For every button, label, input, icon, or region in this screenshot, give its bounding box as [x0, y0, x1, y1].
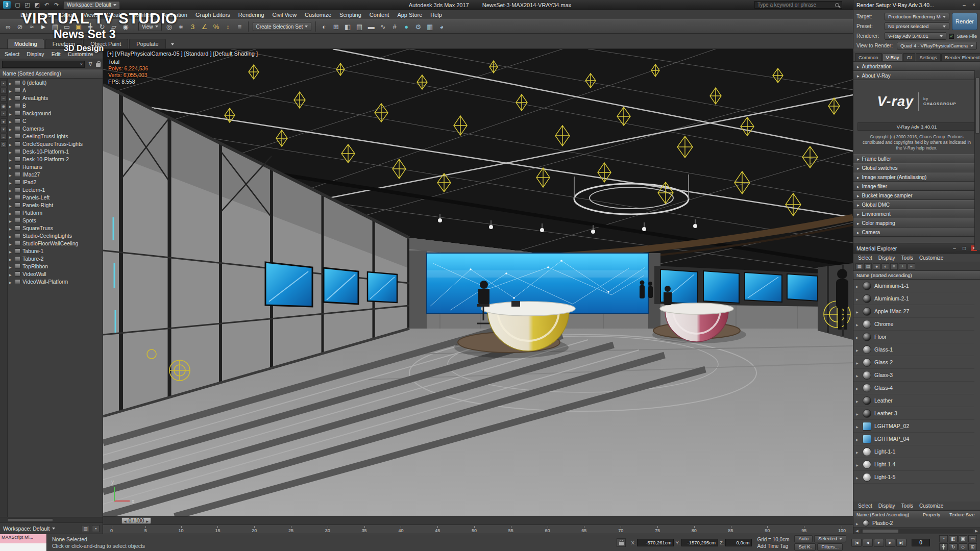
expand-arrow-icon[interactable] — [856, 410, 860, 416]
scroll-left-icon[interactable]: ◀ — [854, 529, 860, 533]
ribbon-tab[interactable]: Object Paint — [83, 39, 128, 48]
menu-item[interactable]: Rendering — [234, 12, 268, 18]
material-row[interactable]: Light-1-4 — [853, 458, 974, 471]
material-row[interactable]: Glass-2 — [853, 356, 974, 369]
material-row[interactable]: LGHTMAP_04 — [853, 433, 974, 445]
render-setup-scrollbar[interactable] — [974, 70, 980, 250]
scrollbar-thumb[interactable] — [975, 78, 979, 134]
ribbon-tab[interactable]: Freeform — [45, 39, 83, 48]
scene-layer-row[interactable]: Panels-Right — [8, 201, 103, 209]
scene-layer-row[interactable]: Desk-10-Platform-1 — [8, 147, 103, 155]
viewport-label[interactable]: [+] [VRayPhysicalCamera-05 ] [Standard ]… — [107, 51, 258, 57]
expand-arrow-icon[interactable] — [9, 240, 13, 246]
scene-explorer-hscrollbar[interactable] — [0, 517, 103, 522]
material-row[interactable]: Leather-3 — [853, 407, 974, 420]
view-to-render-dropdown[interactable]: Quad 4 - VRayPhysicalCamera-05 — [897, 42, 977, 49]
expand-arrow-icon[interactable] — [9, 256, 13, 262]
material-row[interactable]: Glass-1 — [853, 343, 974, 356]
expand-arrow-icon[interactable] — [856, 321, 860, 327]
expand-arrow-icon[interactable] — [856, 436, 860, 442]
save-file-checkbox[interactable]: ✓ — [949, 34, 954, 39]
material-row[interactable]: Glass-4 — [853, 382, 974, 394]
expand-arrow-icon[interactable] — [9, 271, 13, 277]
render-button[interactable]: Render — [952, 13, 977, 30]
rollout-authorization[interactable]: Authorization — [853, 62, 980, 71]
scene-explorer-search-input[interactable]: × — [2, 61, 85, 68]
expand-arrow-icon[interactable] — [856, 346, 860, 353]
scene-layer-row[interactable]: VideoWall-Platform — [8, 278, 103, 285]
scene-layer-row[interactable]: Desk-10-Platform-2 — [8, 155, 103, 163]
material-row[interactable]: Aluminium-2-1 — [853, 292, 974, 305]
ribbon-toggle-icon[interactable]: ▬ — [365, 21, 377, 32]
material-row[interactable]: Floor — [853, 331, 974, 343]
expand-arrow-icon[interactable] — [9, 148, 13, 155]
render-setup-icon[interactable]: ⚙ — [412, 21, 424, 32]
scene-layer-row[interactable]: Cameras — [8, 124, 103, 132]
listener-script-row[interactable] — [0, 543, 46, 551]
expand-arrow-icon[interactable] — [9, 118, 13, 124]
listener-macro-row[interactable]: MAXScript Mi... — [0, 534, 46, 543]
material-row[interactable]: Leather — [853, 394, 974, 407]
time-slider-track[interactable]: 0 / 100 — [103, 517, 853, 525]
show-thumbnails-icon[interactable]: ▦ — [855, 263, 863, 270]
expand-arrow-icon[interactable] — [9, 171, 13, 178]
spinner-snap-icon[interactable]: ↕ — [223, 21, 234, 32]
menu-item[interactable]: Animation — [158, 12, 191, 18]
scrollbar-thumb[interactable] — [863, 530, 898, 533]
zoom-extents-icon[interactable]: ▣ — [959, 535, 967, 542]
set-key-button[interactable]: Set K. — [794, 543, 816, 550]
preset-dropdown[interactable]: No preset selected — [885, 22, 949, 30]
select-and-place-icon[interactable]: ◉ — [120, 21, 131, 32]
explorer-settings-icon[interactable]: ≡ — [1, 134, 7, 140]
render-setup-titlebar[interactable]: Render Setup: V-Ray Adv 3.40... – × — [853, 0, 980, 10]
search-input[interactable] — [757, 2, 833, 8]
freeze-toggle-icon[interactable]: * — [1, 111, 7, 117]
rendered-frame-icon[interactable]: ▦ — [424, 21, 435, 32]
expand-arrow-icon[interactable] — [9, 202, 13, 208]
ribbon-tab[interactable]: Modeling — [7, 39, 44, 48]
expand-arrow-icon[interactable] — [9, 141, 13, 147]
save-file-icon[interactable]: ◩ — [33, 1, 41, 9]
material-row[interactable]: Glass-3 — [853, 369, 974, 382]
scene-explorer-menu-item[interactable]: Select — [1, 51, 23, 57]
hide-toggle-icon[interactable]: ◉ — [1, 103, 7, 109]
material-row[interactable]: Plastic-2 — [853, 519, 980, 528]
material-list-column-header[interactable]: Name (Sorted Ascending) — [853, 271, 980, 280]
snaps-toggle-icon[interactable]: 3 — [187, 21, 199, 32]
menu-item[interactable]: Content — [365, 12, 394, 18]
scene-layer-row[interactable]: TopRibbon — [8, 262, 103, 270]
rollout-header[interactable]: Frame buffer — [853, 154, 980, 163]
angle-snap-icon[interactable]: ∠ — [199, 21, 210, 32]
pin-workspace-icon[interactable]: ▪ — [92, 525, 100, 532]
scene-layer-row[interactable]: C — [8, 117, 103, 124]
material-row[interactable]: Apple-IMac-27 — [853, 305, 974, 318]
menu-item[interactable]: Civil View — [268, 12, 301, 18]
material-editor-icon[interactable]: ● — [401, 21, 412, 32]
scene-layer-row[interactable]: VideoWall — [8, 270, 103, 278]
use-pivot-center-icon[interactable]: ◎ — [164, 21, 175, 32]
expand-arrow-icon[interactable] — [9, 263, 13, 269]
rollout-header[interactable]: Image filter — [853, 182, 980, 191]
expand-arrow-icon[interactable] — [9, 279, 13, 285]
menu-item[interactable]: Customize — [301, 12, 335, 18]
render-setup-tab[interactable]: Common — [855, 53, 882, 61]
previous-frame-arrow-icon[interactable] — [124, 518, 127, 523]
window-crossing-icon[interactable]: ▣ — [73, 21, 84, 32]
scene-layer-row[interactable]: SquareTruss — [8, 224, 103, 232]
unlink-selection-icon[interactable]: ⊘ — [14, 21, 26, 32]
lock-icon[interactable] — [96, 63, 101, 67]
scene-layer-row[interactable]: Lectern-1 — [8, 186, 103, 193]
renderer-dropdown[interactable]: V-Ray Adv 3.40.01 — [885, 32, 946, 40]
zoom-all-icon[interactable]: ◧ — [949, 535, 958, 542]
expand-arrow-icon[interactable] — [856, 461, 860, 467]
menu-item[interactable]: Modifiers — [127, 12, 158, 18]
expand-arrow-icon[interactable] — [9, 217, 13, 223]
redo-icon[interactable]: ↷ — [52, 1, 61, 9]
filter-maps-icon[interactable]: ◐ — [881, 263, 889, 270]
minimize-icon[interactable]: – — [961, 2, 967, 8]
material-explorer-menu-item[interactable]: Display — [875, 503, 898, 509]
scene-explorer-toggle-icon[interactable]: ◧ — [342, 21, 353, 32]
schematic-view-icon[interactable]: # — [389, 21, 400, 32]
menu-item[interactable]: Views — [79, 12, 102, 18]
expand-arrow-icon[interactable] — [9, 225, 13, 231]
